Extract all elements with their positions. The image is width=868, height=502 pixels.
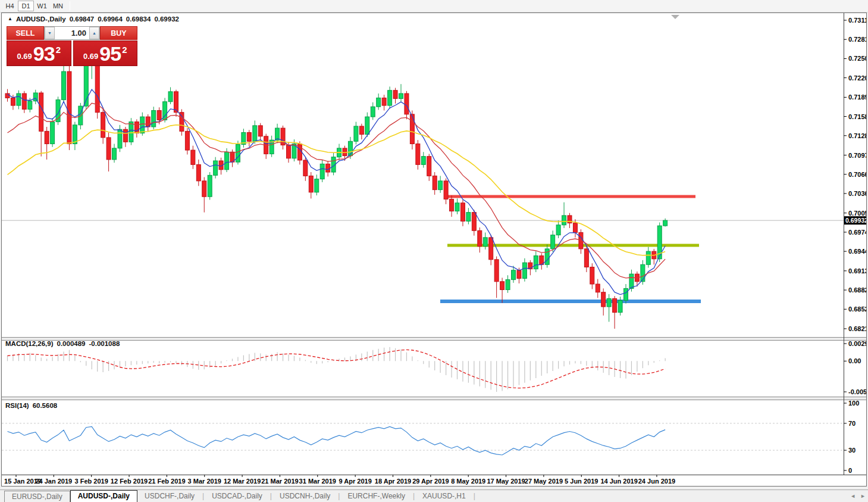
- svg-text:21 Mar 2019: 21 Mar 2019: [261, 478, 298, 485]
- collapse-triangle-icon[interactable]: ▲: [8, 16, 12, 21]
- tab-scroll-buttons: ◄►: [850, 493, 866, 499]
- svg-text:0.70360: 0.70360: [848, 190, 866, 197]
- rsi-line: [8, 427, 666, 456]
- svg-text:12 Feb 2019: 12 Feb 2019: [111, 478, 148, 485]
- svg-text:0.69440: 0.69440: [848, 248, 866, 255]
- svg-text:30: 30: [848, 447, 856, 454]
- chart-tabs: EURUSD-,DailyAUDUSD-,DailyUSDCHF-,Daily|…: [0, 489, 868, 502]
- rsi-label: RSI(14) 60.5608: [5, 402, 57, 409]
- volume-spinner: ▼ 1.00 ▲: [44, 26, 100, 40]
- candle-wicks: [8, 59, 666, 329]
- tab-eurchf[interactable]: EURCHF-,Weekly: [340, 491, 412, 502]
- buy-price-prefix: 0.69: [83, 52, 98, 61]
- svg-text:24 Jun 2019: 24 Jun 2019: [638, 478, 675, 485]
- svg-text:3 Feb 2019: 3 Feb 2019: [75, 478, 108, 485]
- chart-symbol: AUDUSD-,Daily: [16, 15, 66, 23]
- svg-text:5 Jun 2019: 5 Jun 2019: [565, 478, 598, 485]
- timeframe-button-h4[interactable]: H4: [2, 1, 18, 11]
- toolbar-separator: [70, 1, 70, 11]
- rsi-name: RSI(14): [5, 402, 29, 409]
- ohlc-high: 0.69964: [98, 15, 123, 23]
- chart-window: 0.731150.728100.725050.722000.718900.715…: [1, 13, 867, 487]
- tab-separator: |: [473, 492, 476, 502]
- tab-usdcnh[interactable]: USDCNH-,Daily: [272, 491, 337, 502]
- svg-text:29 Apr 2019: 29 Apr 2019: [412, 478, 449, 485]
- rsi-value: 60.5608: [33, 402, 58, 409]
- svg-text:24 Jan 2019: 24 Jan 2019: [35, 478, 72, 485]
- svg-text:100: 100: [848, 400, 859, 407]
- sell-button[interactable]: SELL: [7, 26, 44, 40]
- chart-title: ▲ AUDUSD-,Daily 0.69847 0.69964 0.69834 …: [8, 15, 179, 23]
- svg-text:12 Mar 2019: 12 Mar 2019: [224, 478, 261, 485]
- timeframe-button-mn[interactable]: MN: [50, 1, 66, 11]
- price-chart[interactable]: 0.731150.728100.725050.722000.718900.715…: [2, 13, 866, 486]
- volume-decrement-icon[interactable]: ▼: [45, 27, 55, 39]
- ma-medium-line: [8, 103, 666, 278]
- svg-text:0.69932: 0.69932: [845, 217, 866, 224]
- shift-marker-icon: [671, 15, 679, 19]
- ma-fast-line: [8, 89, 666, 294]
- svg-text:3 Mar 2019: 3 Mar 2019: [188, 478, 221, 485]
- tab-scroll-left-icon[interactable]: ◄: [850, 493, 856, 499]
- macd-main-value: 0.000489: [57, 340, 86, 347]
- svg-text:0.70970: 0.70970: [848, 152, 866, 159]
- candle-bodies: [5, 63, 668, 312]
- timeframe-toolbar: H4D1W1MN: [0, 0, 868, 13]
- svg-text:18 Apr 2019: 18 Apr 2019: [375, 478, 411, 485]
- svg-text:-0.00525: -0.00525: [848, 388, 866, 395]
- svg-text:0.72200: 0.72200: [848, 74, 866, 82]
- svg-text:14 Jun 2019: 14 Jun 2019: [600, 478, 637, 485]
- tab-xauusd[interactable]: XAUUSD-,H1: [415, 491, 473, 502]
- svg-text:0.72810: 0.72810: [848, 36, 866, 43]
- ohlc-open: 0.69847: [70, 15, 95, 23]
- svg-text:0.70665: 0.70665: [848, 171, 866, 178]
- tab-eurusd[interactable]: EURUSD-,Daily: [4, 491, 70, 502]
- svg-text:0.69130: 0.69130: [848, 267, 866, 275]
- svg-text:0.68520: 0.68520: [848, 305, 866, 313]
- svg-text:70: 70: [848, 420, 856, 427]
- svg-text:0.00: 0.00: [848, 357, 861, 364]
- svg-text:21 Feb 2019: 21 Feb 2019: [148, 478, 185, 485]
- buy-price-sup: 2: [122, 45, 127, 55]
- tab-audusd[interactable]: AUDUSD-,Daily: [70, 490, 137, 502]
- svg-text:31 Mar 2019: 31 Mar 2019: [299, 478, 336, 485]
- macd-name: MACD(12,26,9): [5, 340, 54, 347]
- svg-text:17 May 2019: 17 May 2019: [487, 478, 525, 485]
- ohlc-low: 0.69834: [126, 15, 151, 23]
- svg-text:0: 0: [848, 467, 852, 474]
- sell-quote-button[interactable]: 0.69 93 2: [7, 40, 71, 66]
- sell-price-big: 93: [33, 43, 55, 64]
- tab-scroll-right-icon[interactable]: ►: [860, 493, 866, 499]
- timeframe-button-w1[interactable]: W1: [34, 1, 50, 11]
- macd-label: MACD(12,26,9) 0.000489 -0.001088: [5, 340, 120, 347]
- timeframe-button-d1[interactable]: D1: [18, 1, 34, 11]
- svg-text:8 May 2019: 8 May 2019: [451, 478, 485, 485]
- sell-price-prefix: 0.69: [17, 52, 32, 61]
- svg-text:27 May 2019: 27 May 2019: [525, 478, 563, 485]
- svg-text:0.73115: 0.73115: [848, 17, 866, 24]
- tab-usdchf[interactable]: USDCHF-,Daily: [137, 491, 202, 502]
- svg-text:9 Apr 2019: 9 Apr 2019: [339, 478, 372, 485]
- svg-text:0.68210: 0.68210: [848, 325, 866, 332]
- buy-button[interactable]: BUY: [100, 26, 137, 40]
- sell-price-sup: 2: [56, 45, 61, 55]
- volume-increment-icon[interactable]: ▲: [89, 27, 99, 39]
- buy-quote-button[interactable]: 0.69 95 2: [73, 40, 138, 66]
- svg-text:0.70050: 0.70050: [848, 210, 866, 217]
- buy-price-big: 95: [99, 43, 121, 64]
- macd-signal-value: -0.001088: [89, 340, 120, 347]
- svg-text:0.002984: 0.002984: [848, 340, 866, 347]
- tab-usdcad[interactable]: USDCAD-,Daily: [205, 491, 270, 502]
- one-click-trade-panel: SELL ▼ 1.00 ▲ BUY 0.69 93 2 0.69 95 2: [7, 26, 137, 66]
- svg-text:0.71585: 0.71585: [848, 113, 866, 120]
- ma-slow-line: [8, 125, 666, 255]
- svg-text:0.68825: 0.68825: [848, 286, 866, 294]
- volume-input[interactable]: 1.00: [55, 27, 89, 39]
- svg-text:0.71890: 0.71890: [848, 93, 866, 101]
- macd-signal-line: [8, 350, 666, 388]
- svg-text:0.72505: 0.72505: [848, 55, 866, 62]
- trading-app: H4D1W1MN 0.731150.728100.725050.722000.7…: [0, 0, 868, 502]
- svg-text:0.69745: 0.69745: [848, 229, 866, 236]
- svg-text:0.71280: 0.71280: [848, 132, 866, 139]
- macd-histogram: [8, 347, 666, 392]
